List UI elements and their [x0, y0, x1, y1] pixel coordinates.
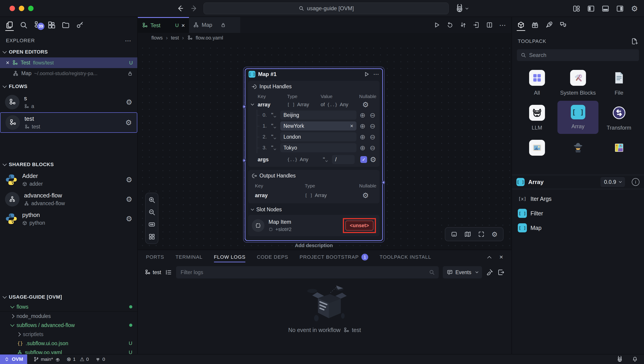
shared-blocks-header[interactable]: SHARED BLOCKS: [0, 159, 137, 170]
events-filter-dropdown[interactable]: Events: [443, 266, 482, 278]
array-item-input-3[interactable]: Tokyo: [280, 143, 356, 152]
tree-item-node-modules[interactable]: node_modules: [0, 312, 137, 321]
run-flow-icon[interactable]: [434, 22, 440, 28]
map-node[interactable]: [ ] Map #1 ⋯ Input Handles Key: [245, 68, 383, 241]
tab-toolpack-install[interactable]: TOOLPACK INSTALL: [380, 250, 431, 264]
category-tile-scraper[interactable]: [558, 136, 598, 158]
flow-item-test[interactable]: test test ⚙: [0, 112, 137, 133]
array-item-input-2[interactable]: London: [280, 132, 356, 141]
add-item-icon[interactable]: ⊕: [359, 122, 366, 130]
tab-test[interactable]: Test U ×: [138, 17, 189, 33]
chevron-down-icon[interactable]: [251, 102, 254, 106]
gear-icon[interactable]: ⚙: [362, 101, 369, 108]
remote-indicator[interactable]: OVM: [0, 354, 27, 364]
command-center-search[interactable]: usage-guide [OVM]: [204, 3, 449, 14]
flows-header[interactable]: FLOWS: [0, 81, 137, 92]
add-item-icon[interactable]: ⊕: [359, 111, 366, 119]
gear-icon[interactable]: ⚙: [126, 215, 132, 222]
flow-item-s[interactable]: s a ⚙: [0, 92, 137, 112]
gift-icon[interactable]: [529, 19, 541, 31]
new-toolpack-icon[interactable]: [631, 38, 638, 45]
breadcrumb[interactable]: flows › test › flow.oo.yaml: [138, 33, 512, 43]
fit-width-icon[interactable]: [148, 221, 156, 228]
close-panel-icon[interactable]: ×: [500, 254, 503, 261]
input-handle-args[interactable]: [242, 159, 246, 162]
slot-node-map-item[interactable]: Map Item +slot#2 <unset>: [248, 215, 380, 236]
args-value-input[interactable]: /: [332, 155, 355, 164]
export-logs-icon[interactable]: [498, 269, 505, 276]
tab-ports[interactable]: PORTS: [146, 250, 164, 264]
array-item-input-1[interactable]: NewYork×: [280, 121, 356, 130]
open-editor-map[interactable]: Map ~/.oomol-studio/registry-pa...: [0, 68, 137, 79]
remove-item-icon[interactable]: ⊖: [369, 111, 376, 119]
string-type-icon[interactable]: “: [269, 135, 278, 139]
toolpack-search[interactable]: [517, 49, 639, 61]
tree-item-subflow-ui-json[interactable]: {} .subflow.ui.oo.json U: [0, 339, 137, 348]
toolpack-cube-icon[interactable]: [515, 19, 527, 31]
category-tile-comic[interactable]: [598, 136, 640, 158]
zoom-in-icon[interactable]: [148, 196, 156, 204]
forward-icon[interactable]: [190, 5, 198, 12]
string-type-icon[interactable]: “: [269, 145, 278, 150]
notifications-bell-icon[interactable]: [632, 356, 638, 362]
tree-item-subflows-advanced-flow[interactable]: subflows / advanced-flow: [0, 321, 137, 330]
chat-icon[interactable]: [557, 19, 569, 31]
gear-icon[interactable]: ⚙: [370, 156, 376, 163]
input-row-args[interactable]: args {..}Any “ / ✓ ⚙: [251, 155, 376, 164]
clear-logs-icon[interactable]: [486, 269, 493, 276]
flow-canvas[interactable]: [ ] Map #1 ⋯ Input Handles Key: [138, 43, 512, 250]
back-icon[interactable]: [176, 5, 184, 12]
remove-item-icon[interactable]: ⊖: [369, 133, 376, 141]
maximize-panel-icon[interactable]: [487, 256, 491, 260]
tree-item-flows[interactable]: flows: [0, 302, 137, 312]
string-type-icon[interactable]: “: [269, 113, 278, 117]
toolpack-search-input[interactable]: [529, 52, 636, 58]
toggle-bottom-panel-icon[interactable]: [601, 4, 610, 13]
add-item-icon[interactable]: ⊕: [359, 133, 366, 141]
activity-blocks-icon[interactable]: [46, 19, 58, 31]
window-zoom-button[interactable]: [28, 6, 34, 11]
input-row-array[interactable]: array [ ]Array of{..}Any ⚙: [251, 101, 376, 109]
more-actions-icon[interactable]: ⋯: [499, 21, 506, 29]
category-array[interactable]: [ ] Array: [558, 101, 598, 134]
tab-map[interactable]: Map: [189, 17, 240, 33]
tab-flow-logs[interactable]: FLOW LOGS: [214, 250, 246, 264]
log-list-icon[interactable]: [165, 269, 172, 276]
run-node-icon[interactable]: [364, 71, 370, 77]
filter-logs-input[interactable]: [176, 266, 439, 278]
gear-icon[interactable]: ⚙: [125, 119, 132, 126]
category-llm[interactable]: LLM: [516, 101, 558, 134]
string-type-icon[interactable]: “: [269, 124, 278, 128]
gear-icon[interactable]: ⚙: [126, 176, 132, 183]
gear-icon[interactable]: ⚙: [126, 98, 132, 106]
window-minimize-button[interactable]: [19, 6, 24, 11]
activity-folder-icon[interactable]: [60, 19, 72, 31]
tab-code-deps[interactable]: CODE DEPS: [257, 250, 288, 264]
auto-layout-icon[interactable]: [148, 233, 156, 240]
category-file[interactable]: File: [598, 66, 640, 99]
shared-block-adder[interactable]: Adder adder ⚙: [0, 170, 137, 190]
package-item-iter-args[interactable]: [x] Iter Args: [512, 192, 644, 206]
array-item-input-0[interactable]: Beijing: [280, 110, 356, 120]
add-item-icon[interactable]: ⊕: [359, 144, 366, 152]
output-row-array[interactable]: array [ ]Array ⚙: [251, 190, 376, 201]
git-branch-indicator[interactable]: main*: [34, 356, 60, 362]
shared-block-python[interactable]: python python ⚙: [0, 209, 137, 229]
zoom-out-icon[interactable]: [148, 209, 156, 216]
explorer-more-icon[interactable]: ⋯: [125, 37, 132, 45]
string-type-icon[interactable]: “: [321, 157, 330, 162]
tab-project-bootstrap[interactable]: PROJECT BOOTSTRAP1: [300, 250, 368, 264]
node-menu-icon[interactable]: ⋯: [373, 71, 379, 78]
split-editor-icon[interactable]: [486, 22, 493, 28]
assistant-menu[interactable]: [455, 4, 468, 14]
gear-icon[interactable]: ⚙: [362, 192, 369, 199]
toggle-right-panel-icon[interactable]: [616, 4, 624, 13]
slot-unset-button[interactable]: <unset>: [345, 221, 374, 231]
tab-terminal[interactable]: TERMINAL: [176, 250, 202, 264]
export-icon[interactable]: [473, 22, 480, 28]
slot-nodes-header[interactable]: Slot Nodes: [251, 207, 376, 213]
remove-item-icon[interactable]: ⊖: [369, 144, 376, 152]
category-system-blocks[interactable]: System Blocks: [558, 66, 598, 99]
canvas-settings-gear-icon[interactable]: ⚙: [492, 230, 498, 238]
activity-search-icon[interactable]: [18, 19, 30, 31]
